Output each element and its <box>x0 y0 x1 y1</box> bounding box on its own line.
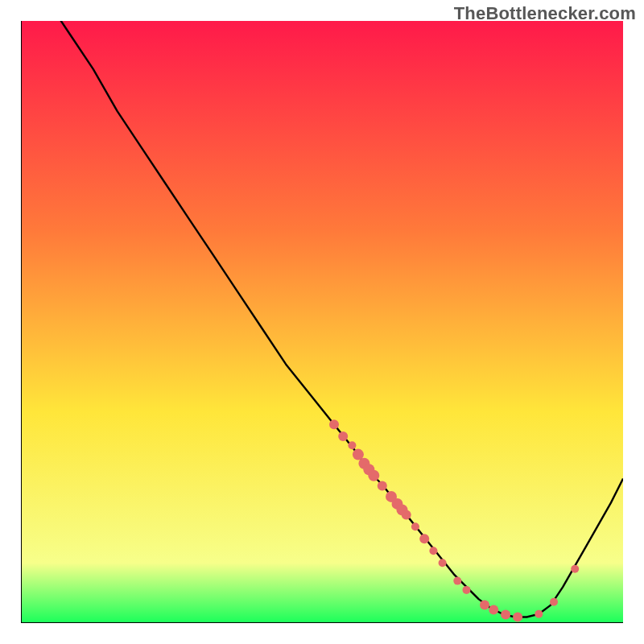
data-marker <box>501 610 510 620</box>
data-marker <box>550 598 558 606</box>
data-marker <box>348 441 356 449</box>
data-marker <box>419 534 429 543</box>
data-marker <box>338 431 348 441</box>
data-marker <box>463 586 471 594</box>
chart-background <box>21 21 623 623</box>
data-marker <box>402 510 411 519</box>
data-marker <box>378 481 387 491</box>
data-marker <box>368 470 379 481</box>
data-marker <box>571 565 579 573</box>
chart-area <box>21 21 623 623</box>
data-marker <box>513 613 522 622</box>
data-marker <box>411 522 419 530</box>
data-marker <box>480 601 489 610</box>
data-marker <box>429 547 437 555</box>
data-marker <box>439 559 447 567</box>
chart-svg <box>21 21 623 623</box>
data-marker <box>535 610 543 618</box>
data-marker <box>329 419 339 429</box>
data-marker <box>489 605 498 615</box>
data-marker <box>453 577 461 585</box>
watermark-text: TheBottlenecker.com <box>454 3 636 24</box>
